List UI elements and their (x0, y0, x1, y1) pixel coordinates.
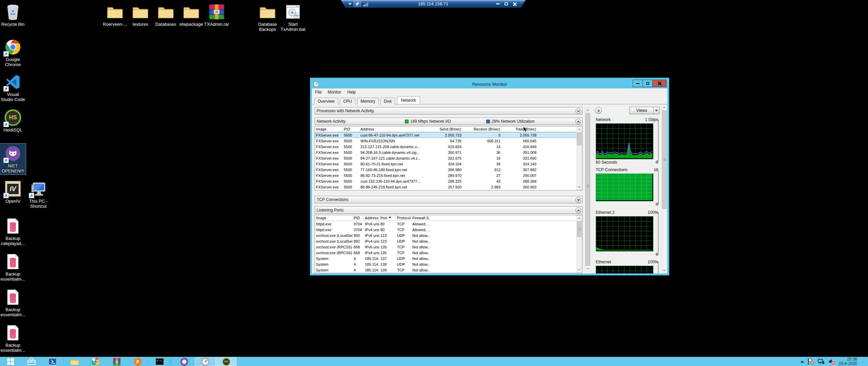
minimize-button[interactable] (633, 80, 643, 87)
collapse-section-button[interactable] (575, 207, 581, 213)
table-row[interactable]: FXServer.exe 5500 77-160-45-180.fixed.kp… (315, 167, 582, 172)
desktop-icon-backup-essential-1[interactable]: Backup essentialm... (0, 252, 26, 283)
column-header-image[interactable]: Image (315, 215, 353, 221)
hidden-icons-button[interactable] (801, 361, 804, 363)
taskbar-command-prompt[interactable]: C:\_ (149, 357, 170, 366)
expand-section-button[interactable] (575, 197, 581, 203)
close-button[interactable] (652, 80, 667, 87)
taskbar-resource-monitor[interactable] (195, 357, 216, 366)
collapse-panel-button[interactable] (595, 107, 602, 114)
desktop-icon-recycle-bin[interactable]: Recycle Bin (0, 2, 26, 28)
table-row[interactable]: FXServer.exe 5500 94-208-16-3.cable.dyna… (315, 149, 582, 155)
column-header-protocol[interactable]: Protocol (396, 215, 411, 221)
table-row[interactable]: System 4 185.114.1... 137 UDP Not allow.… (315, 256, 582, 261)
desktop-icon-database-backups[interactable]: Database Backups (255, 2, 280, 33)
menu-file[interactable]: File (315, 90, 321, 95)
desktop-icon-txadmin-rar[interactable]: TXAdmin.rar (204, 2, 230, 28)
tab-network[interactable]: Network (397, 96, 420, 104)
sort-ascending-icon (389, 216, 391, 218)
table-row[interactable]: FXServer.exe 5500 cust-96-47-110-94.dyn.… (315, 132, 582, 138)
desktop-icon-textures[interactable]: textures (127, 2, 153, 28)
table-row[interactable]: FXServer.exe 5500 cust-152-236-110-94.dy… (315, 178, 582, 184)
taskbar-clock[interactable]: 20:36 25-8-2020 (839, 357, 857, 366)
column-header-address[interactable]: Address (359, 126, 423, 132)
desktop-icon-openiv[interactable]: IV OpenIV (0, 179, 26, 205)
rdp-dropdown-icon[interactable] (348, 3, 352, 5)
views-dropdown-icon[interactable] (653, 107, 659, 114)
rdp-pin-button[interactable] (354, 1, 361, 7)
taskbar-server-manager[interactable] (21, 357, 42, 366)
tab-memory[interactable]: Memory (357, 98, 378, 104)
collapse-section-button[interactable] (575, 119, 581, 124)
taskbar-github-desktop[interactable] (174, 357, 195, 366)
table-row[interactable]: httpd.exe 3704 IPv4 unsp... 80 TCP Allow… (315, 227, 582, 232)
desktop-icon-roerveen[interactable]: Roerveen-... (102, 2, 128, 28)
column-header-total[interactable]: Total (B/sec) (501, 126, 537, 132)
network-status-icon[interactable] (817, 358, 825, 365)
table-row[interactable]: System 4 185.114.1... 139 TCP Not allow.… (315, 267, 582, 273)
table-row[interactable]: FXServer.exe 5500 80-61-70-21.fixed.kpn.… (315, 161, 582, 167)
desktop-icon-niet-openen[interactable]: NIET OPENEN!!! (0, 144, 26, 175)
panel-scrollbar[interactable] (662, 104, 667, 273)
command-prompt-icon: C:\_ (156, 358, 164, 365)
table-scrollbar[interactable] (576, 215, 582, 273)
desktop-icon-backup-essential-3[interactable]: Backup essentialm... (0, 323, 26, 354)
desktop-icon-heidisql[interactable]: HS HeidiSQL (0, 108, 26, 134)
column-header-address[interactable]: Address (364, 215, 379, 221)
column-header-pid[interactable]: PID (353, 215, 364, 221)
rdp-connection-bar[interactable]: 185.114.156.71 (341, 0, 526, 8)
table-row[interactable]: FXServer.exe 5500 WIN-F03U31ONJSN 54.735… (315, 138, 582, 144)
rdp-restore-button[interactable] (505, 2, 508, 5)
volume-muted-icon[interactable] (828, 358, 835, 365)
table-row[interactable]: FXServer.exe 5500 86-82-73-216.fixed.kpn… (315, 172, 582, 178)
table-scrollbar[interactable] (576, 126, 582, 190)
desktop-icon-start-txadmin[interactable]: Start TxAdmin.bat (280, 2, 306, 33)
table-row[interactable]: FXServer.exe 5500 212-127-131-209.cable.… (315, 144, 582, 149)
views-button[interactable]: Views (630, 107, 659, 114)
menu-monitor[interactable]: Monitor (328, 90, 341, 95)
tab-overview[interactable]: Overview (314, 98, 338, 104)
table-row[interactable]: svchost.exe (RPCSS) 668 IPv6 unsp... 135… (315, 244, 582, 250)
table-row[interactable]: FXServer.exe 5500 86-86-245-218.fixed.kp… (315, 184, 582, 190)
table-row[interactable]: svchost.exe (RPCSS) 668 IPv4 unsp... 135… (315, 250, 582, 256)
window-titlebar[interactable]: Resource Monitor (312, 80, 667, 88)
menu-help[interactable]: Help (347, 90, 356, 95)
column-header-port[interactable]: Port (379, 215, 396, 221)
taskbar-xampp[interactable]: X (127, 357, 148, 366)
desktop-icon-vscode[interactable]: Visual Studio Code (0, 72, 26, 103)
table-row[interactable]: svchost.exe (LocalService) 892 IPv4 unsp… (315, 238, 582, 244)
section-listening-ports[interactable]: Listening Ports (315, 206, 583, 214)
column-header-receive[interactable]: Receive (B/sec) (462, 126, 501, 132)
taskbar-file-explorer[interactable] (64, 357, 85, 366)
desktop-icon-backup-essential-2[interactable]: Backup essentialm... (0, 287, 26, 318)
taskbar-winrar[interactable] (106, 357, 127, 366)
section-processes-network-activity[interactable]: Processes with Network Activity (315, 107, 583, 115)
desktop-icon-backup-roleplay[interactable]: Backup roleplayad... (0, 216, 26, 247)
section-network-activity[interactable]: Network Activity 189 Mbps Network I/O 29… (315, 118, 583, 125)
start-button[interactable] (0, 357, 21, 366)
table-row[interactable]: System 4 185.114.1... 138 UDP Not allow.… (315, 261, 582, 267)
tab-disk[interactable]: Disk (380, 98, 395, 104)
column-header-send[interactable]: Send (B/sec) (423, 126, 462, 132)
desktop-icon-google-chrome[interactable]: Google Chrome (0, 37, 26, 68)
maximize-button[interactable] (643, 80, 653, 87)
desktop-icon-etwpackage[interactable]: etwpackage (178, 2, 204, 28)
table-row[interactable]: FXServer.exe 5500 84-27-167-121.cable.dy… (315, 155, 582, 161)
taskbar-heidisql[interactable]: HS (216, 357, 237, 366)
action-center-flag-icon[interactable] (807, 358, 814, 365)
main-scrollbar[interactable] (585, 107, 591, 272)
column-header-firewall-status[interactable]: Firewall S... (411, 215, 430, 221)
tab-cpu[interactable]: CPU (340, 98, 355, 104)
taskbar-powershell[interactable] (42, 357, 63, 366)
section-tcp-connections[interactable]: TCP Connections (315, 196, 583, 203)
column-header-image[interactable]: Image (315, 126, 343, 132)
rdp-minimize-button[interactable] (496, 3, 500, 4)
table-row[interactable]: svchost.exe (LocalService) 892 IPv6 unsp… (315, 232, 582, 238)
desktop-icon-databases[interactable]: Databases (153, 2, 179, 28)
expand-section-button[interactable] (575, 108, 581, 114)
column-header-pid[interactable]: PID (343, 126, 359, 132)
rdp-close-button[interactable] (513, 2, 517, 6)
desktop-icon-this-pc[interactable]: This PC - Shortcut (25, 179, 51, 210)
taskbar-chrome[interactable] (85, 357, 106, 366)
table-row[interactable]: httpd.exe 3704 IPv6 unsp... 80 TCP Allow… (315, 221, 582, 227)
